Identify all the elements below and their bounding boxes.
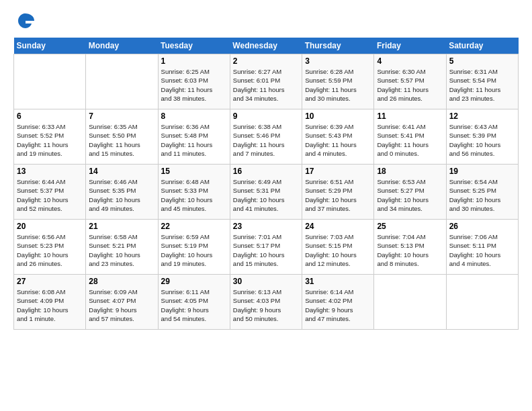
day-info: Sunrise: 6:54 AM Sunset: 5:25 PM Dayligh… <box>449 177 515 213</box>
day-info: Sunrise: 6:59 AM Sunset: 5:19 PM Dayligh… <box>161 232 227 268</box>
day-info: Sunrise: 7:01 AM Sunset: 5:17 PM Dayligh… <box>233 232 299 268</box>
calendar-cell: 18Sunrise: 6:53 AM Sunset: 5:27 PM Dayli… <box>374 165 446 220</box>
calendar-cell: 26Sunrise: 7:06 AM Sunset: 5:11 PM Dayli… <box>446 220 518 275</box>
day-info: Sunrise: 6:46 AM Sunset: 5:35 PM Dayligh… <box>89 177 154 213</box>
day-number: 31 <box>305 277 371 286</box>
day-info: Sunrise: 6:27 AM Sunset: 6:01 PM Dayligh… <box>233 67 299 103</box>
calendar-cell <box>446 275 518 330</box>
day-number: 23 <box>233 222 299 231</box>
day-number: 1 <box>161 56 227 66</box>
calendar-cell: 6Sunrise: 6:33 AM Sunset: 5:52 PM Daylig… <box>14 109 86 165</box>
calendar-cell: 10Sunrise: 6:39 AM Sunset: 5:43 PM Dayli… <box>302 109 374 165</box>
day-number: 12 <box>449 111 515 121</box>
day-number: 28 <box>89 277 154 286</box>
logo <box>13 11 35 31</box>
calendar-cell <box>86 54 158 109</box>
page-header <box>13 11 519 31</box>
day-info: Sunrise: 7:06 AM Sunset: 5:11 PM Dayligh… <box>449 232 515 268</box>
calendar-cell <box>14 54 86 109</box>
day-info: Sunrise: 6:56 AM Sunset: 5:23 PM Dayligh… <box>17 232 83 268</box>
calendar-cell: 1Sunrise: 6:25 AM Sunset: 6:03 PM Daylig… <box>158 54 230 109</box>
calendar-cell: 7Sunrise: 6:35 AM Sunset: 5:50 PM Daylig… <box>86 109 158 165</box>
calendar-cell: 2Sunrise: 6:27 AM Sunset: 6:01 PM Daylig… <box>230 54 302 109</box>
day-info: Sunrise: 6:09 AM Sunset: 4:07 PM Dayligh… <box>89 287 154 323</box>
day-number: 14 <box>89 167 154 176</box>
logo-icon <box>15 11 35 31</box>
calendar-cell: 4Sunrise: 6:30 AM Sunset: 5:57 PM Daylig… <box>374 54 446 109</box>
day-number: 26 <box>449 222 515 231</box>
calendar-cell: 17Sunrise: 6:51 AM Sunset: 5:29 PM Dayli… <box>302 165 374 220</box>
calendar-cell: 30Sunrise: 6:13 AM Sunset: 4:03 PM Dayli… <box>230 275 302 330</box>
weekday-header-sunday: Sunday <box>14 38 86 54</box>
calendar-body: 1Sunrise: 6:25 AM Sunset: 6:03 PM Daylig… <box>14 54 519 330</box>
day-info: Sunrise: 7:03 AM Sunset: 5:15 PM Dayligh… <box>305 232 371 268</box>
day-number: 3 <box>305 56 371 66</box>
calendar-cell: 14Sunrise: 6:46 AM Sunset: 5:35 PM Dayli… <box>86 165 158 220</box>
calendar-week-1: 1Sunrise: 6:25 AM Sunset: 6:03 PM Daylig… <box>14 54 519 109</box>
calendar-cell: 29Sunrise: 6:11 AM Sunset: 4:05 PM Dayli… <box>158 275 230 330</box>
calendar-cell: 13Sunrise: 6:44 AM Sunset: 5:37 PM Dayli… <box>14 165 86 220</box>
day-number: 21 <box>89 222 154 231</box>
weekday-header-saturday: Saturday <box>446 38 518 54</box>
calendar-cell: 8Sunrise: 6:36 AM Sunset: 5:48 PM Daylig… <box>158 109 230 165</box>
calendar-cell: 23Sunrise: 7:01 AM Sunset: 5:17 PM Dayli… <box>230 220 302 275</box>
day-info: Sunrise: 6:58 AM Sunset: 5:21 PM Dayligh… <box>89 232 154 268</box>
calendar-week-3: 13Sunrise: 6:44 AM Sunset: 5:37 PM Dayli… <box>14 165 519 220</box>
day-number: 7 <box>89 111 154 121</box>
calendar-cell: 21Sunrise: 6:58 AM Sunset: 5:21 PM Dayli… <box>86 220 158 275</box>
calendar-table: SundayMondayTuesdayWednesdayThursdayFrid… <box>13 38 519 330</box>
day-info: Sunrise: 6:14 AM Sunset: 4:02 PM Dayligh… <box>305 287 371 323</box>
day-number: 2 <box>233 56 299 66</box>
calendar-cell: 25Sunrise: 7:04 AM Sunset: 5:13 PM Dayli… <box>374 220 446 275</box>
calendar-cell: 22Sunrise: 6:59 AM Sunset: 5:19 PM Dayli… <box>158 220 230 275</box>
day-number: 11 <box>377 111 443 121</box>
day-number: 4 <box>377 56 443 66</box>
calendar-cell: 16Sunrise: 6:49 AM Sunset: 5:31 PM Dayli… <box>230 165 302 220</box>
calendar-cell: 20Sunrise: 6:56 AM Sunset: 5:23 PM Dayli… <box>14 220 86 275</box>
weekday-header-monday: Monday <box>86 38 158 54</box>
day-number: 18 <box>377 167 443 176</box>
calendar-cell: 12Sunrise: 6:43 AM Sunset: 5:39 PM Dayli… <box>446 109 518 165</box>
day-number: 20 <box>17 222 83 231</box>
calendar-cell: 11Sunrise: 6:41 AM Sunset: 5:41 PM Dayli… <box>374 109 446 165</box>
day-info: Sunrise: 6:48 AM Sunset: 5:33 PM Dayligh… <box>161 177 227 213</box>
weekday-header-wednesday: Wednesday <box>230 38 302 54</box>
calendar-cell: 9Sunrise: 6:38 AM Sunset: 5:46 PM Daylig… <box>230 109 302 165</box>
day-info: Sunrise: 6:35 AM Sunset: 5:50 PM Dayligh… <box>89 122 154 158</box>
calendar-cell: 3Sunrise: 6:28 AM Sunset: 5:59 PM Daylig… <box>302 54 374 109</box>
day-info: Sunrise: 6:13 AM Sunset: 4:03 PM Dayligh… <box>233 287 299 323</box>
calendar-cell: 15Sunrise: 6:48 AM Sunset: 5:33 PM Dayli… <box>158 165 230 220</box>
day-number: 8 <box>161 111 227 121</box>
day-number: 5 <box>449 56 515 66</box>
day-number: 6 <box>17 111 83 121</box>
calendar-cell: 5Sunrise: 6:31 AM Sunset: 5:54 PM Daylig… <box>446 54 518 109</box>
day-number: 22 <box>161 222 227 231</box>
weekday-header-row: SundayMondayTuesdayWednesdayThursdayFrid… <box>14 38 519 54</box>
day-info: Sunrise: 6:36 AM Sunset: 5:48 PM Dayligh… <box>161 122 227 158</box>
weekday-header-friday: Friday <box>374 38 446 54</box>
day-number: 9 <box>233 111 299 121</box>
day-info: Sunrise: 6:11 AM Sunset: 4:05 PM Dayligh… <box>161 287 227 323</box>
day-number: 29 <box>161 277 227 286</box>
day-number: 15 <box>161 167 227 176</box>
day-info: Sunrise: 6:51 AM Sunset: 5:29 PM Dayligh… <box>305 177 371 213</box>
day-info: Sunrise: 6:44 AM Sunset: 5:37 PM Dayligh… <box>17 177 83 213</box>
day-info: Sunrise: 6:53 AM Sunset: 5:27 PM Dayligh… <box>377 177 443 213</box>
calendar-cell: 24Sunrise: 7:03 AM Sunset: 5:15 PM Dayli… <box>302 220 374 275</box>
day-info: Sunrise: 6:41 AM Sunset: 5:41 PM Dayligh… <box>377 122 443 158</box>
day-info: Sunrise: 6:30 AM Sunset: 5:57 PM Dayligh… <box>377 67 443 103</box>
day-info: Sunrise: 6:43 AM Sunset: 5:39 PM Dayligh… <box>449 122 515 158</box>
day-number: 13 <box>17 167 83 176</box>
day-info: Sunrise: 6:38 AM Sunset: 5:46 PM Dayligh… <box>233 122 299 158</box>
day-number: 27 <box>17 277 83 286</box>
day-info: Sunrise: 6:25 AM Sunset: 6:03 PM Dayligh… <box>161 67 227 103</box>
day-number: 30 <box>233 277 299 286</box>
weekday-header-tuesday: Tuesday <box>158 38 230 54</box>
day-number: 24 <box>305 222 371 231</box>
calendar-cell: 28Sunrise: 6:09 AM Sunset: 4:07 PM Dayli… <box>86 275 158 330</box>
calendar-cell: 31Sunrise: 6:14 AM Sunset: 4:02 PM Dayli… <box>302 275 374 330</box>
day-info: Sunrise: 6:39 AM Sunset: 5:43 PM Dayligh… <box>305 122 371 158</box>
day-number: 19 <box>449 167 515 176</box>
day-info: Sunrise: 6:49 AM Sunset: 5:31 PM Dayligh… <box>233 177 299 213</box>
calendar-week-5: 27Sunrise: 6:08 AM Sunset: 4:09 PM Dayli… <box>14 275 519 330</box>
